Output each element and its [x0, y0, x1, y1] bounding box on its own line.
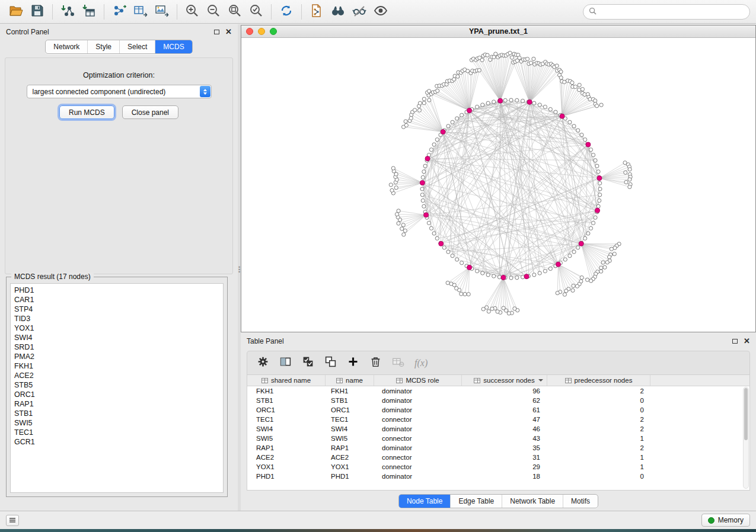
show-graphics-details-button[interactable]	[371, 3, 391, 21]
table-cell: 47	[462, 416, 547, 423]
export-image-icon	[155, 4, 169, 20]
table-row[interactable]: FKH1FKH1dominator962	[247, 386, 742, 396]
table-row[interactable]: YOX1YOX1connector291	[247, 462, 742, 472]
mcds-result-item[interactable]: SWI5	[14, 418, 223, 428]
table-row[interactable]: ACE2ACE2connector311	[247, 453, 742, 462]
tab-network-table[interactable]: Network Table	[502, 495, 563, 508]
export-image-button[interactable]	[152, 3, 172, 21]
unselect-all-button[interactable]	[324, 355, 337, 370]
zoom-in-icon	[185, 4, 199, 20]
refresh-icon	[279, 4, 294, 20]
column-header-mcds-role[interactable]: MCDS role	[374, 375, 462, 386]
float-table-panel-icon[interactable]	[732, 339, 738, 344]
toolbar-separator	[301, 4, 302, 20]
tab-mcds[interactable]: MCDS	[155, 40, 192, 53]
close-panel-button[interactable]: Close panel	[122, 105, 178, 119]
delete-table-button-disabled	[392, 355, 404, 370]
mcds-result-item[interactable]: STB1	[14, 409, 223, 418]
export-network-button[interactable]	[109, 3, 129, 21]
column-header-shared-name[interactable]: shared name	[247, 375, 326, 386]
zoom-selected-button[interactable]	[246, 3, 266, 21]
mcds-result-item[interactable]: RAP1	[14, 399, 223, 409]
toolbar-separator	[271, 4, 272, 20]
table-row[interactable]: PHD1PHD1dominator180	[247, 472, 742, 481]
tab-select[interactable]: Select	[119, 40, 155, 53]
table-settings-button[interactable]	[257, 355, 269, 370]
save-session-button[interactable]	[27, 3, 47, 21]
table-scrollbar[interactable]	[743, 387, 749, 489]
search-field[interactable]	[583, 4, 750, 20]
memory-label: Memory	[718, 516, 744, 524]
table-row[interactable]: ORC1ORC1dominator610	[247, 405, 742, 415]
table-cell: SWI4	[326, 425, 374, 432]
memory-button[interactable]: Memory	[701, 514, 750, 527]
mcds-result-item[interactable]: PMA2	[14, 352, 223, 361]
desktop-wallpaper-strip	[0, 529, 756, 532]
tab-network[interactable]: Network	[46, 40, 87, 53]
hide-graphics-details-button[interactable]	[349, 3, 369, 21]
search-input[interactable]	[600, 8, 744, 16]
mcds-result-item[interactable]: ACE2	[14, 371, 223, 380]
table-cell: 31	[462, 454, 547, 461]
delete-column-button[interactable]	[369, 355, 382, 370]
tab-node-table[interactable]: Node Table	[399, 495, 451, 508]
table-cell: ORC1	[247, 406, 326, 414]
zoom-in-button[interactable]	[182, 3, 202, 21]
tab-motifs[interactable]: Motifs	[563, 495, 598, 508]
table-cell: 0	[547, 406, 650, 414]
toggle-columns-button[interactable]	[279, 355, 292, 370]
mcds-result-item[interactable]: FKH1	[14, 361, 223, 371]
table-cell: dominator	[374, 397, 462, 404]
mcds-result-item[interactable]: GCR1	[14, 437, 223, 447]
search-icon	[589, 7, 596, 17]
network-canvas[interactable]	[241, 38, 755, 332]
table-cell: 1	[547, 435, 650, 442]
add-column-button[interactable]	[347, 355, 359, 370]
table-scrollbar-thumb[interactable]	[744, 388, 748, 440]
close-panel-icon[interactable]: ✕	[225, 29, 232, 35]
task-history-button[interactable]	[6, 515, 19, 526]
mcds-result-item[interactable]: SRD1	[14, 342, 223, 352]
table-cell: 2	[547, 425, 650, 432]
share-document-button[interactable]	[307, 3, 327, 21]
table-cell: YOX1	[247, 463, 326, 470]
tab-style[interactable]: Style	[87, 40, 119, 53]
zoom-out-button[interactable]	[203, 3, 224, 21]
mcds-result-item[interactable]: PHD1	[14, 286, 223, 295]
mcds-result-item[interactable]: CAR1	[14, 295, 223, 305]
mcds-result-item[interactable]: TID3	[14, 314, 223, 323]
import-table-button[interactable]	[79, 3, 99, 21]
zoom-fit-button[interactable]	[225, 3, 245, 21]
open-session-button[interactable]	[6, 3, 26, 21]
mcds-result-group: MCDS result (17 nodes) PHD1CAR1STP4TID3Y…	[6, 277, 228, 497]
optimization-criterion-select[interactable]: largest connected component (undirected)	[27, 85, 212, 98]
table-row[interactable]: STB1STB1dominator620	[247, 396, 742, 405]
export-table-button[interactable]	[130, 3, 151, 21]
mcds-result-item[interactable]: ORC1	[14, 390, 223, 399]
table-cell: 0	[547, 473, 650, 480]
table-row[interactable]: SWI5SWI5connector431	[247, 434, 742, 443]
mcds-result-item[interactable]: SWI4	[14, 333, 223, 342]
run-mcds-button[interactable]: Run MCDS	[59, 105, 114, 119]
mcds-result-item[interactable]: STB5	[14, 380, 223, 390]
import-network-button[interactable]	[58, 3, 78, 21]
mcds-result-item[interactable]: STP4	[14, 305, 223, 314]
mcds-result-item[interactable]: TEC1	[14, 428, 223, 437]
column-header-successor-nodes[interactable]: successor nodes	[462, 375, 547, 386]
column-header-name[interactable]: name	[326, 375, 374, 386]
table-row[interactable]: SWI4SWI4dominator462	[247, 424, 742, 434]
function-builder-button[interactable]: f(x)	[414, 358, 428, 368]
mcds-result-list[interactable]: PHD1CAR1STP4TID3YOX1SWI4SRD1PMA2FKH1ACE2…	[10, 283, 224, 493]
find-network-button[interactable]	[328, 3, 348, 21]
column-header-predecessor-nodes[interactable]: predecessor nodes	[547, 375, 650, 386]
table-row[interactable]: RAP1RAP1dominator352	[247, 443, 742, 453]
table-cell: ACE2	[247, 454, 326, 461]
mcds-result-item[interactable]: YOX1	[14, 323, 223, 333]
float-panel-icon[interactable]	[214, 30, 219, 34]
close-table-panel-icon[interactable]: ✕	[744, 338, 750, 344]
table-cell: 1	[547, 463, 650, 470]
apply-layout-button[interactable]	[276, 3, 296, 21]
select-all-button[interactable]	[302, 355, 314, 370]
tab-edge-table[interactable]: Edge Table	[450, 495, 502, 508]
table-row[interactable]: TEC1TEC1connector472	[247, 415, 742, 424]
